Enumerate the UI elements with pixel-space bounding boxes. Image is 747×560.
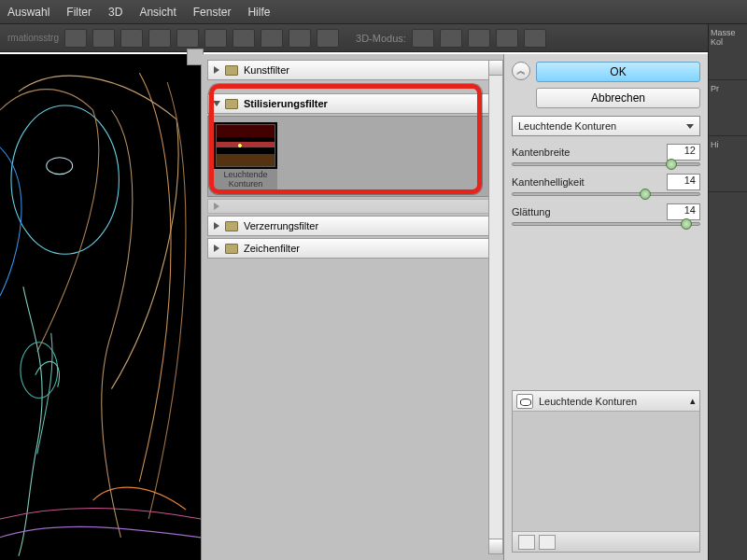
chevron-down-icon — [686, 124, 694, 129]
trash-icon[interactable] — [539, 535, 556, 550]
eye-icon[interactable] — [516, 394, 533, 409]
scroll-up-icon[interactable] — [489, 61, 502, 76]
layers-footer — [513, 531, 699, 552]
opt-icon[interactable] — [289, 29, 311, 48]
svg-rect-0 — [0, 54, 201, 559]
menu-fenster[interactable]: Fenster — [193, 6, 232, 19]
thumb-label: Konturen — [216, 179, 275, 189]
menu-hilfe[interactable]: Hilfe — [247, 6, 270, 19]
thumb-image — [216, 124, 275, 167]
filter-dropdown[interactable]: Leuchtende Konturen — [512, 116, 700, 136]
disclosure-right-icon — [214, 245, 219, 252]
opt-icon[interactable] — [120, 29, 143, 48]
group-label: Stilisierungsfilter — [244, 98, 328, 109]
opt-icon[interactable] — [64, 29, 87, 48]
opt-icon[interactable] — [261, 29, 283, 48]
group-label: Verzerrungsfilter — [244, 220, 318, 231]
right-dock: Masse Kol Pr Hi — [708, 24, 747, 560]
param-label: Kantenhelligkeit — [512, 176, 585, 188]
double-chevron-up-icon: ︽ — [516, 64, 526, 77]
folder-icon — [225, 99, 238, 109]
slider-track[interactable] — [512, 162, 700, 166]
opt-icon[interactable] — [412, 29, 434, 48]
slider-thumb[interactable] — [666, 159, 677, 170]
disclosure-down-icon — [213, 101, 220, 106]
options-bar: rmationsstrg 3D-Modus: — [0, 24, 747, 52]
dock-tab[interactable]: Hi — [709, 136, 747, 192]
folder-icon — [225, 221, 238, 231]
scroll-down-icon[interactable] — [489, 539, 502, 553]
param-label: Kantenbreite — [512, 147, 570, 158]
cancel-button[interactable]: Abbrechen — [536, 88, 700, 108]
opt-icon[interactable] — [92, 29, 115, 48]
param-glaettung: Glättung 14 — [512, 203, 700, 226]
folder-icon — [225, 244, 238, 254]
layers-body — [513, 412, 699, 531]
opt-icon[interactable] — [524, 29, 546, 48]
slider-thumb[interactable] — [640, 189, 651, 200]
filter-thumb-leuchtende-konturen[interactable]: Leuchtende Konturen — [214, 122, 277, 190]
opt-icon[interactable] — [148, 29, 171, 48]
slider-thumb[interactable] — [681, 218, 692, 230]
disclosure-right-icon — [214, 222, 219, 230]
filter-group-kunstfilter[interactable]: Kunstfilter — [207, 60, 500, 80]
opt-icon[interactable] — [204, 29, 227, 48]
disclosure-right-icon — [214, 203, 219, 210]
param-value-input[interactable]: 14 — [667, 203, 700, 220]
dropdown-value: Leuchtende Konturen — [518, 120, 616, 132]
layer-title: Leuchtende Konturen — [539, 396, 637, 407]
effect-layers-panel: Leuchtende Konturen ▴ — [512, 390, 700, 553]
opt-icon[interactable] — [176, 29, 199, 48]
filter-list-pane: Kunstfilter Stilisierungsfilter Leuchten… — [202, 54, 504, 560]
preview-pane[interactable] — [0, 54, 202, 560]
param-kantenhelligkeit: Kantenhelligkeit 14 — [512, 174, 700, 196]
collapse-button[interactable]: ︽ — [512, 62, 530, 80]
crumb-label: rmationsstrg — [7, 33, 59, 43]
preview-image — [0, 54, 201, 560]
menu-ansicht[interactable]: Ansicht — [139, 6, 176, 19]
filter-group-stilisierungsfilter[interactable]: Stilisierungsfilter — [207, 93, 500, 114]
filter-group-zeichenfilter[interactable]: Zeichenfilter — [207, 238, 500, 259]
filter-gallery-dialog: Kunstfilter Stilisierungsfilter Leuchten… — [0, 52, 708, 560]
dock-tab[interactable]: Pr — [709, 80, 747, 136]
chevron-up-icon[interactable]: ▴ — [690, 395, 696, 407]
new-layer-icon[interactable] — [518, 535, 535, 550]
filter-group-obscured[interactable] — [207, 199, 500, 214]
param-value-input[interactable]: 14 — [667, 174, 700, 190]
filter-thumbnails: Leuchtende Konturen — [207, 116, 500, 197]
param-kantenbreite: Kantenbreite 12 — [512, 144, 700, 166]
opt-icon[interactable] — [468, 29, 490, 48]
mode-label: 3D-Modus: — [356, 33, 406, 44]
group-label: Kunstfilter — [244, 64, 289, 76]
slider-track[interactable] — [512, 222, 700, 226]
thumb-label: Leuchtende — [216, 170, 275, 179]
menu-auswahl[interactable]: Auswahl — [7, 6, 49, 19]
opt-icon[interactable] — [233, 29, 255, 48]
main-menu-bar: Auswahl Filter 3D Ansicht Fenster Hilfe — [0, 0, 747, 24]
folder-icon — [225, 65, 238, 76]
group-label: Zeichenfilter — [244, 243, 300, 254]
ok-button[interactable]: OK — [536, 62, 700, 82]
filter-group-verzerrungsfilter[interactable]: Verzerrungsfilter — [207, 216, 500, 236]
menu-3d[interactable]: 3D — [108, 6, 122, 19]
controls-pane: ︽ OK Abbrechen Leuchtende Konturen Kante… — [504, 54, 708, 560]
dock-tab[interactable]: Masse Kol — [709, 24, 747, 80]
opt-icon[interactable] — [496, 29, 518, 48]
param-label: Glättung — [512, 206, 551, 217]
opt-icon[interactable] — [317, 29, 339, 48]
menu-filter[interactable]: Filter — [66, 6, 92, 19]
disclosure-right-icon — [214, 66, 219, 74]
opt-icon[interactable] — [440, 29, 462, 48]
scrollbar[interactable] — [488, 60, 503, 554]
slider-track[interactable] — [512, 192, 700, 196]
